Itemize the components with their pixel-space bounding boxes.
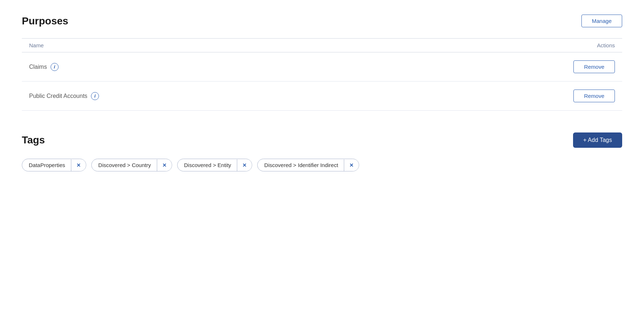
claims-remove-button[interactable]: Remove [573,60,615,73]
row-public-credit-accounts-name: Public Credit Accounts i [29,92,99,100]
tag-discovered-entity-label: Discovered > Entity [178,159,237,171]
row-claims-name: Claims i [29,63,59,71]
purposes-title: Purposes [22,15,68,27]
tags-section-header: Tags + Add Tags [22,132,622,148]
purposes-table: Name Actions Claims i Remove Public Cred… [22,38,622,111]
list-item: Discovered > Entity ✕ [177,159,253,171]
tag-dataproperties-label: DataProperties [22,159,71,171]
tag-dataproperties-remove-button[interactable]: ✕ [71,159,86,171]
tag-discovered-country-remove-button[interactable]: ✕ [157,159,172,171]
list-item: DataProperties ✕ [22,159,86,171]
tags-list: DataProperties ✕ Discovered > Country ✕ … [22,159,622,171]
manage-button[interactable]: Manage [581,15,622,27]
public-credit-accounts-label: Public Credit Accounts [29,93,87,99]
table-row: Public Credit Accounts i Remove [22,82,622,111]
purposes-section-header: Purposes Manage [22,15,622,27]
list-item: Discovered > Country ✕ [91,159,172,171]
column-actions-header: Actions [597,42,615,48]
table-row: Claims i Remove [22,52,622,82]
tags-title: Tags [22,134,45,146]
tag-discovered-identifier-indirect-label: Discovered > Identifier Indirect [258,159,344,171]
list-item: Discovered > Identifier Indirect ✕ [257,159,359,171]
tags-section: Tags + Add Tags DataProperties ✕ Discove… [22,132,622,171]
tag-discovered-entity-remove-button[interactable]: ✕ [237,159,252,171]
table-header-row: Name Actions [22,39,622,52]
tag-discovered-country-label: Discovered > Country [92,159,157,171]
claims-info-icon: i [51,63,59,71]
claims-label: Claims [29,64,47,70]
tag-discovered-identifier-indirect-remove-button[interactable]: ✕ [344,159,359,171]
add-tags-button[interactable]: + Add Tags [573,132,622,148]
column-name-header: Name [29,42,44,48]
public-credit-accounts-info-icon: i [91,92,99,100]
public-credit-accounts-remove-button[interactable]: Remove [573,90,615,102]
